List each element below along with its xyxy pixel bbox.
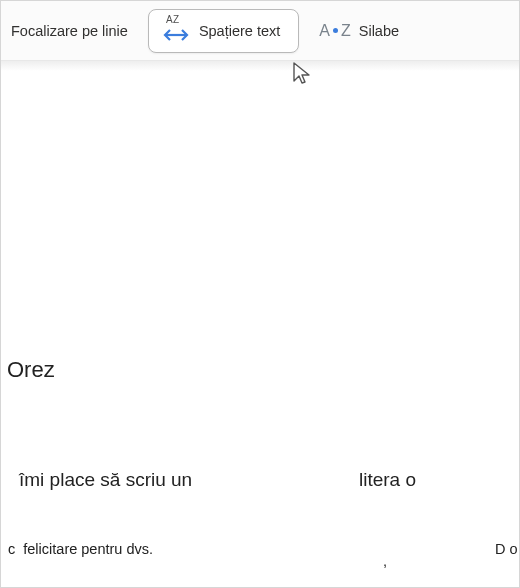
reader-line-2-prefix: c [8, 541, 15, 557]
line-focus-label: Focalizare pe linie [11, 23, 128, 39]
line-focus-button[interactable]: Focalizare pe linie [11, 9, 140, 53]
immersive-reader-toolbar: Focalizare pe linie AZ Spațiere text AZ … [1, 1, 519, 61]
reader-content: Orez îmi place să scriu un litera o c fe… [1, 61, 519, 587]
reader-line-1-left: îmi place să scriu un [19, 469, 192, 491]
reader-line-2-left: c felicitare pentru dvs. [8, 541, 153, 557]
text-spacing-label: Spațiere text [199, 23, 280, 39]
syllables-label: Silabe [359, 23, 399, 39]
reader-line-2-mid: , [383, 553, 387, 569]
text-spacing-icon: AZ [161, 16, 191, 46]
content-divider [1, 61, 519, 71]
reader-line-1-right: litera o [359, 469, 416, 491]
text-spacing-button[interactable]: AZ Spațiere text [148, 9, 299, 53]
syllables-icon: AZ [319, 22, 350, 40]
reader-title: Orez [7, 357, 55, 383]
reader-line-2-right: D o [495, 541, 518, 557]
reader-line-2-text: felicitare pentru dvs. [23, 541, 153, 557]
syllables-button[interactable]: AZ Silabe [307, 9, 411, 53]
